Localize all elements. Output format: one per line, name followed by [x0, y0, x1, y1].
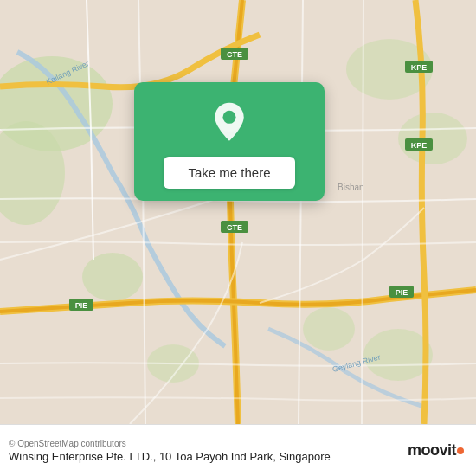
svg-text:Bishan: Bishan: [338, 183, 364, 192]
address-line1: Winsing Enterprise Pte. LTD., 10 Toa Pay…: [9, 450, 276, 463]
address-city: Singapore: [279, 450, 330, 463]
svg-text:CTE: CTE: [227, 50, 242, 59]
svg-point-3: [82, 253, 143, 301]
location-card: Take me there: [134, 82, 325, 201]
location-pin-icon: [208, 101, 251, 145]
take-me-there-button[interactable]: Take me there: [164, 157, 294, 189]
map-svg: CTE CTE KPE KPE PIE PIE Kallang River Ge…: [0, 0, 476, 424]
moovit-logo: moovit: [408, 441, 464, 460]
copyright-text: © OpenStreetMap contributors: [9, 439, 399, 448]
bottom-bar: © OpenStreetMap contributors Winsing Ent…: [0, 424, 476, 476]
moovit-logo-dot: [457, 447, 464, 454]
address-text: Winsing Enterprise Pte. LTD., 10 Toa Pay…: [9, 450, 399, 463]
svg-point-6: [303, 307, 355, 351]
svg-text:CTE: CTE: [227, 223, 242, 232]
svg-point-25: [223, 111, 236, 124]
moovit-logo-text: moovit: [408, 441, 456, 460]
svg-text:PIE: PIE: [75, 301, 88, 310]
address-section: © OpenStreetMap contributors Winsing Ent…: [9, 439, 399, 463]
map-view: CTE CTE KPE KPE PIE PIE Kallang River Ge…: [0, 0, 476, 424]
svg-text:KPE: KPE: [411, 63, 428, 72]
svg-text:PIE: PIE: [396, 288, 408, 297]
svg-text:KPE: KPE: [411, 141, 428, 150]
